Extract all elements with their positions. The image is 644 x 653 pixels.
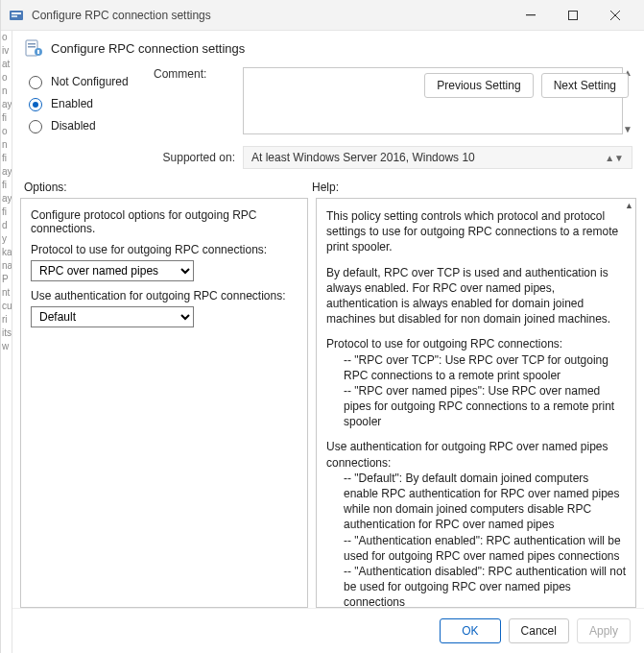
options-section-label: Options: (24, 181, 312, 194)
help-bullet: -- "RPC over TCP": Use RPC over TCP for … (326, 352, 626, 383)
auth-label: Use authentication for outgoing RPC conn… (31, 289, 298, 302)
close-button[interactable] (594, 1, 636, 30)
help-bullet: -- "Authentication enabled": RPC authent… (326, 533, 626, 564)
policy-icon (24, 38, 43, 58)
titlebar: Configure RPC connection settings (1, 0, 644, 31)
options-pane: Configure protocol options for outgoing … (20, 198, 308, 608)
help-bullet: -- "Default": By default domain joined c… (326, 471, 626, 533)
radio-not-configured-label: Not Configured (51, 75, 129, 88)
auth-select[interactable]: Default (31, 306, 194, 327)
state-radio-group: Not Configured Enabled Disabled (24, 67, 144, 169)
supported-scroll[interactable]: ▲▼ (605, 153, 624, 163)
help-scroll-up-icon[interactable]: ▲ (625, 201, 633, 210)
options-intro: Configure protocol options for outgoing … (31, 208, 298, 235)
dialog-content: Configure RPC connection settings Previo… (12, 31, 644, 653)
minimize-button[interactable] (510, 1, 552, 30)
dialog-header: Configure RPC connection settings (12, 31, 644, 61)
svg-rect-8 (28, 43, 36, 45)
comment-label: Comment: (154, 67, 235, 81)
radio-disabled-label: Disabled (51, 119, 96, 133)
cancel-button[interactable]: Cancel (509, 618, 569, 643)
svg-rect-2 (12, 15, 17, 17)
supported-on-label: Supported on: (154, 151, 235, 164)
previous-setting-button[interactable]: Previous Setting (424, 73, 533, 98)
gpo-dialog-window: Configure RPC connection settings oivato… (0, 0, 644, 653)
maximize-button[interactable] (552, 1, 594, 30)
supported-on-value: At least Windows Server 2016, Windows 10… (243, 146, 632, 169)
svg-rect-9 (28, 46, 36, 48)
help-subhead: Use authentication for outgoing RPC over… (326, 440, 608, 469)
protocol-label: Protocol to use for outgoing RPC connect… (31, 243, 298, 256)
window-title: Configure RPC connection settings (32, 9, 510, 22)
obscured-left-panel: oivatonayfionfiayfiayfidykanaPntcuriitsw (1, 31, 12, 653)
dialog-heading: Configure RPC connection settings (51, 41, 245, 56)
next-setting-button[interactable]: Next Setting (541, 73, 629, 98)
help-text: Use authentication for outgoing RPC over… (326, 439, 626, 608)
app-icon (9, 8, 24, 23)
help-section-label: Help: (312, 181, 339, 194)
radio-enabled[interactable]: Enabled (24, 95, 144, 111)
radio-not-configured[interactable]: Not Configured (24, 73, 144, 89)
apply-button: Apply (577, 618, 631, 643)
svg-rect-4 (569, 11, 578, 19)
help-text: By default, RPC over TCP is used and aut… (326, 265, 626, 327)
help-subhead: Protocol to use for outgoing RPC connect… (326, 337, 562, 351)
ok-button[interactable]: OK (440, 618, 500, 643)
help-pane: ▲ This policy setting controls which pro… (316, 198, 636, 608)
svg-rect-11 (37, 50, 39, 54)
help-text: This policy setting controls which proto… (326, 208, 626, 255)
radio-enabled-label: Enabled (51, 97, 93, 110)
svg-rect-3 (526, 14, 536, 15)
supported-on-text: At least Windows Server 2016, Windows 10 (251, 151, 475, 164)
dialog-footer: OK Cancel Apply (12, 608, 644, 653)
help-bullet: -- "RPC over named pipes": Use RPC over … (326, 383, 626, 430)
help-bullet: -- "Authentication disabled": RPC authen… (326, 564, 626, 608)
svg-rect-1 (12, 12, 21, 14)
radio-disabled[interactable]: Disabled (24, 117, 144, 133)
help-text: Protocol to use for outgoing RPC connect… (326, 336, 626, 429)
protocol-select[interactable]: RPC over named pipes (31, 260, 194, 281)
